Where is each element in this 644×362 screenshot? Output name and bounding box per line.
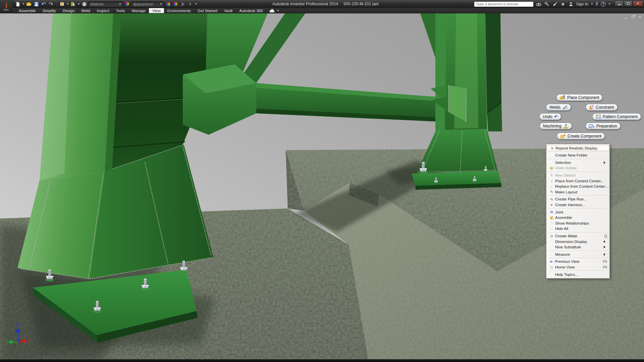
menu-item-joint[interactable]: ⊞ Joint — [547, 209, 609, 215]
create-component-button[interactable]: Create Component — [557, 133, 605, 139]
menu-separator — [549, 159, 608, 159]
menu-item-make-layout[interactable]: ✎ Make Layout — [547, 189, 609, 195]
tab-manage[interactable]: Manage — [128, 8, 149, 13]
machining-button[interactable]: Machining — [540, 123, 572, 129]
tab-weld[interactable]: Weld — [78, 8, 94, 13]
menu-item-create-imate[interactable]: ⊘ Create iMate Q — [547, 233, 609, 239]
menu-item-show-relationships[interactable]: ∴ Show Relationships — [547, 221, 609, 226]
appearance-filter-button[interactable]: ▼ — [165, 1, 171, 7]
menu-item-dimension-display[interactable]: Dimension Display — [547, 239, 609, 244]
document-restore-icon[interactable] — [632, 15, 635, 18]
ribbon-tab-bar: Assemble Simplify Design Weld Inspect To… — [0, 8, 644, 13]
save-button[interactable] — [33, 1, 39, 7]
menu-item-label: Make Layout — [555, 190, 607, 194]
sign-in-dropdown[interactable] — [591, 3, 593, 5]
menu-item-new-sketch[interactable]: ✎ New Sketch — [547, 173, 609, 178]
tab-design[interactable]: Design — [59, 8, 78, 13]
undo-pill-button[interactable]: Undo ↶ — [539, 113, 561, 120]
search-input[interactable] — [474, 1, 534, 7]
restore-icon — [627, 2, 630, 5]
constraint-button[interactable]: Constraint — [586, 104, 618, 111]
welds-button[interactable]: Welds — [546, 104, 571, 111]
redo-button[interactable]: ↷ — [48, 1, 54, 7]
restore-button[interactable] — [624, 1, 633, 6]
menu-item-create-harness[interactable]: × Create Harness... — [547, 202, 609, 208]
help-dropdown[interactable] — [608, 3, 610, 5]
menu-item-label: Create Harness... — [555, 203, 607, 207]
tab-autodesk-360[interactable]: Autodesk 360 — [236, 8, 266, 13]
menu-item-label: Dimension Display — [555, 240, 602, 244]
menu-item-label: Assemble — [555, 216, 607, 220]
subscription-key-icon[interactable] — [544, 1, 550, 7]
tab-environments[interactable]: Environments — [164, 8, 194, 13]
menu-item-home-view[interactable]: ⌂ Home View F6 — [547, 264, 609, 270]
preparation-button[interactable]: Preparation — [586, 123, 621, 129]
place-component-button[interactable]: Place Component — [556, 94, 602, 101]
menu-item-help-topics[interactable]: Help Topics... — [547, 272, 609, 277]
application-menu-button[interactable]: I PRO — [0, 0, 13, 13]
menu-item-create-new-folder[interactable]: Create New Folder — [547, 153, 609, 158]
3d-viewport[interactable]: Z Y X × Place Component Welds — [0, 13, 644, 362]
menu-shortcut: F6 — [601, 265, 607, 269]
document-close-icon[interactable]: × — [639, 15, 641, 18]
menu-item-new-substitute[interactable]: New Substitute — [547, 244, 609, 250]
menu-item-replace-from-content-center[interactable]: ↓ Replace from Content Center... — [547, 184, 609, 189]
parameters-fx-button[interactable]: fx — [180, 1, 186, 7]
menu-item-create-pipe-run[interactable]: ∿ Create Pipe Run... — [547, 196, 609, 202]
update-button[interactable] — [59, 1, 65, 7]
menu-item-undo-isolate[interactable]: ▣ Undo Isolate — [547, 165, 609, 171]
menu-item-label: New Sketch — [555, 173, 607, 177]
document-minimize-icon[interactable] — [624, 18, 628, 18]
pattern-component-button[interactable]: Pattern Component — [592, 113, 641, 120]
qat-customize-dropdown[interactable] — [195, 3, 197, 5]
tab-assemble[interactable]: Assemble — [15, 8, 39, 13]
tab-get-started[interactable]: Get Started — [194, 8, 221, 13]
help-icon[interactable]: ? — [601, 2, 606, 7]
menu-shortcut: F5 — [601, 259, 607, 263]
menu-item-hide-all[interactable]: ∵ Hide All — [547, 226, 609, 232]
menu-separator — [549, 232, 608, 233]
select-dropdown[interactable] — [78, 3, 80, 5]
tab-simplify[interactable]: Simplify — [39, 8, 59, 13]
search-icon[interactable] — [536, 1, 542, 7]
close-button[interactable]: ✕ — [633, 1, 643, 6]
favorites-star-icon[interactable]: ★ — [560, 1, 566, 7]
undo-button[interactable]: ↶ — [41, 1, 47, 7]
menu-item-previous-view[interactable]: ⇤ Previous View F5 — [547, 259, 609, 264]
new-document-dropdown[interactable] — [22, 3, 24, 5]
menu-item-measure[interactable]: Measure — [547, 252, 609, 257]
minimize-icon — [618, 4, 621, 5]
hide-all-icon: ∵ — [548, 227, 555, 231]
pipe-run-icon: ∿ — [548, 197, 555, 201]
menu-separator — [549, 195, 608, 196]
user-icon[interactable] — [568, 1, 574, 7]
menu-item-label: Selection — [555, 161, 602, 165]
add-button[interactable]: + — [187, 1, 193, 7]
select-button[interactable] — [70, 1, 76, 7]
tab-tools[interactable]: Tools — [113, 8, 128, 13]
menu-item-selection[interactable]: Selection — [547, 160, 609, 166]
clear-appearance-button[interactable]: × — [172, 1, 178, 7]
color-wheel-filter-icon: ▼ — [166, 2, 170, 6]
sign-in-button[interactable]: Sign In — [576, 2, 588, 6]
update-dropdown[interactable] — [67, 3, 69, 5]
place-component-label: Place Component — [567, 95, 599, 100]
exchange-apps-icon[interactable]: X — [595, 1, 598, 7]
autodesk360-cloud-button[interactable] — [266, 8, 282, 13]
communication-center-icon[interactable] — [552, 1, 558, 7]
minimize-button[interactable] — [615, 1, 624, 6]
tab-view[interactable]: View — [149, 8, 164, 13]
material-combobox[interactable]: Material — [89, 1, 123, 7]
open-button[interactable] — [26, 1, 32, 7]
appearance-combobox[interactable]: Appearance — [131, 1, 164, 7]
document-window-controls: × — [624, 15, 641, 18]
menu-item-repeat-realistic-display[interactable]: ● Repeat Realistic Display — [547, 145, 609, 151]
adjust-color-button[interactable] — [124, 1, 130, 7]
menu-item-assemble[interactable]: ▣ Assemble — [547, 215, 609, 221]
tab-inspect[interactable]: Inspect — [94, 8, 113, 13]
new-document-button[interactable] — [15, 1, 21, 7]
tab-vault[interactable]: Vault — [221, 8, 236, 13]
menu-item-place-from-content-center[interactable]: ↓ Place from Content Center... — [547, 178, 609, 184]
material-browser-button[interactable] — [81, 1, 87, 7]
inventor-logo-icon: I — [5, 3, 7, 9]
